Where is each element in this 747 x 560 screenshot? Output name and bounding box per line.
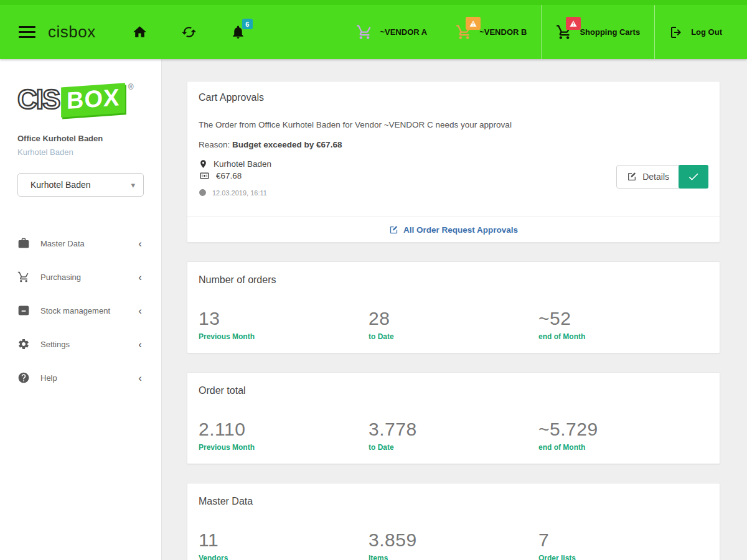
- reason-value: Budget exceeded by €67.68: [232, 140, 342, 149]
- refresh-icon: [181, 24, 197, 40]
- stats-row: 11 Vendors 3.859 Items 7 Order lists: [199, 530, 708, 560]
- stat-label: to Date: [369, 443, 538, 452]
- top-navbar: cisbox 6 ~VENDOR A ~VENDOR B: [0, 0, 747, 59]
- stat-end-of-month: ~52 end of Month: [538, 308, 708, 341]
- chevron-left-icon: ‹: [138, 272, 144, 282]
- briefcase-icon: [17, 237, 30, 250]
- caret-down-icon: ▾: [131, 180, 135, 190]
- location-select[interactable]: Kurhotel Baden ▾: [17, 173, 144, 197]
- clock-icon: [199, 189, 207, 197]
- stat-value: 3.859: [369, 530, 538, 551]
- stock-box-icon: [17, 304, 30, 317]
- details-button-label: Details: [642, 172, 669, 182]
- location-link[interactable]: Kurhotel Baden: [17, 147, 144, 157]
- details-button[interactable]: Details: [616, 165, 680, 189]
- all-approvals-link[interactable]: All Order Request Approvals: [389, 225, 518, 235]
- nav-logout[interactable]: Log Out: [654, 5, 747, 59]
- chevron-left-icon: ‹: [138, 339, 144, 350]
- stat-label: Items: [369, 554, 538, 560]
- stat-label: Vendors: [199, 554, 369, 560]
- menu-toggle-button[interactable]: [19, 26, 35, 38]
- approval-reason: Reason: Budget exceeded by €67.68: [199, 140, 708, 149]
- stats-row: 2.110 Previous Month 3.778 to Date ~5.72…: [199, 419, 708, 452]
- stat-label: to Date: [369, 332, 538, 341]
- content-area: Cart Approvals The Order from Office Kur…: [162, 59, 747, 560]
- refresh-button[interactable]: [181, 24, 197, 40]
- stats-row: 13 Previous Month 28 to Date ~52 end of …: [199, 308, 708, 341]
- office-name: Office Kurhotel Baden: [17, 134, 144, 143]
- notifications-button[interactable]: 6: [230, 24, 246, 40]
- sidebar-item-settings[interactable]: Settings ‹: [17, 327, 144, 361]
- stat-label: end of Month: [538, 332, 708, 341]
- sidebar-item-stock-management[interactable]: Stock management ‹: [17, 294, 144, 327]
- nav-vendor-a[interactable]: ~VENDOR A: [342, 5, 441, 59]
- navbar-right-group: ~VENDOR A ~VENDOR B Shopping Carts Log: [342, 5, 747, 59]
- order-total-card: Order total 2.110 Previous Month 3.778 t…: [187, 372, 720, 464]
- banknote-icon: [199, 171, 210, 180]
- card-title: Master Data: [199, 496, 708, 507]
- card-title: Number of orders: [199, 274, 708, 286]
- sidebar-item-master-data[interactable]: Master Data ‹: [17, 226, 144, 260]
- nav-vendor-a-label: ~VENDOR A: [380, 27, 427, 37]
- stat-value: 7: [538, 530, 708, 551]
- sidebar-item-label: Purchasing: [40, 273, 81, 282]
- number-of-orders-card: Number of orders 13 Previous Month 28 to…: [187, 261, 720, 353]
- edit-icon: [389, 225, 398, 235]
- sidebar-item-label: Help: [40, 373, 57, 383]
- stat-items: 3.859 Items: [369, 530, 538, 560]
- stat-value: 11: [199, 530, 369, 551]
- location-select-value: Kurhotel Baden: [31, 180, 91, 190]
- stat-previous-month: 13 Previous Month: [199, 308, 369, 341]
- gear-icon: [17, 338, 30, 350]
- approval-timestamp-row: 12.03.2019, 16:11: [199, 189, 708, 197]
- help-circle-icon: [17, 371, 30, 384]
- nav-shopping-carts[interactable]: Shopping Carts: [541, 5, 654, 59]
- card-title: Order total: [199, 385, 708, 396]
- approval-card-footer: All Order Request Approvals: [187, 217, 720, 242]
- stat-value: 28: [369, 308, 538, 329]
- nav-shopping-carts-label: Shopping Carts: [580, 27, 640, 37]
- sidebar-item-purchasing[interactable]: Purchasing ‹: [17, 260, 144, 294]
- map-pin-icon: [199, 159, 208, 169]
- stat-previous-month: 2.110 Previous Month: [199, 419, 369, 452]
- cart-approvals-card: Cart Approvals The Order from Office Kur…: [187, 81, 720, 243]
- logo-box-shape: BOX: [61, 83, 125, 117]
- approval-timestamp: 12.03.2019, 16:11: [212, 189, 267, 197]
- home-icon: [132, 24, 148, 40]
- approval-actions: Details: [616, 165, 708, 189]
- registered-mark: ®: [128, 83, 134, 91]
- chevron-left-icon: ‹: [138, 373, 144, 383]
- approval-message: The Order from Office Kurhotel Baden for…: [199, 120, 708, 129]
- shopping-carts-warning-badge: [566, 17, 581, 30]
- nav-logout-label: Log Out: [691, 27, 722, 37]
- vendor-a-cart-icon: [356, 24, 373, 40]
- vendor-b-cart-icon: [456, 24, 472, 40]
- vendor-b-warning-badge: [466, 17, 481, 30]
- logo-cis-text: CIS: [17, 82, 59, 118]
- cisbox-logo: CIS BOX ®: [17, 82, 144, 120]
- navbar-left-group: cisbox 6: [0, 5, 246, 59]
- card-title: Cart Approvals: [199, 92, 708, 103]
- master-data-card: Master Data 11 Vendors 3.859 Items 7 Ord…: [187, 483, 720, 560]
- stat-vendors: 11 Vendors: [199, 530, 369, 560]
- sidebar-item-label: Master Data: [40, 239, 85, 248]
- stat-value: ~5.729: [538, 419, 708, 440]
- sidebar-menu: Master Data ‹ Purchasing ‹ Stock managem…: [17, 226, 144, 394]
- warning-triangle-icon: [569, 19, 578, 28]
- shopping-carts-icon: [556, 24, 573, 40]
- nav-vendor-b-label: ~VENDOR B: [479, 27, 527, 37]
- stat-label: Previous Month: [199, 443, 369, 452]
- stat-label: end of Month: [538, 443, 708, 452]
- home-button[interactable]: [132, 24, 148, 40]
- stat-value: ~52: [538, 308, 708, 329]
- reason-label: Reason:: [199, 140, 230, 149]
- approve-button[interactable]: [679, 165, 708, 189]
- sidebar-item-help[interactable]: Help ‹: [17, 361, 144, 394]
- stat-value: 3.778: [369, 419, 538, 440]
- nav-vendor-b[interactable]: ~VENDOR B: [441, 5, 541, 59]
- stat-value: 2.110: [199, 419, 369, 440]
- stat-order-lists: 7 Order lists: [538, 530, 708, 560]
- edit-icon: [627, 172, 637, 182]
- warning-triangle-icon: [469, 19, 477, 28]
- cart-icon: [17, 271, 30, 283]
